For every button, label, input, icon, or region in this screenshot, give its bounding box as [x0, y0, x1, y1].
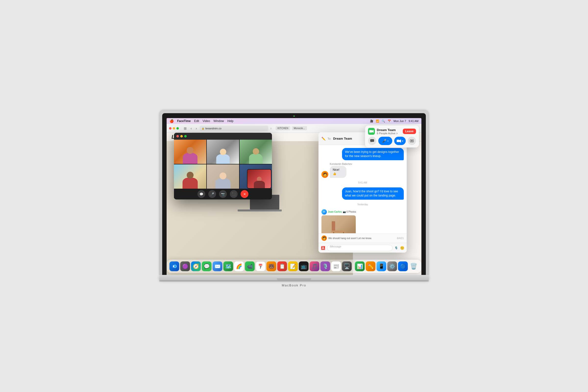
- help-menu[interactable]: Help: [227, 119, 234, 123]
- browser-close-button[interactable]: [169, 127, 172, 130]
- messages-audio-icon[interactable]: 🎙️: [394, 246, 398, 250]
- dock-maps[interactable]: 🗺️: [224, 262, 233, 271]
- menubar: 🍎 FaceTime Edit Video Window Help 🎥 📶 🔍 …: [166, 118, 422, 124]
- dock-mail[interactable]: ✉️: [213, 262, 222, 271]
- facetime-camera-button[interactable]: 📷: [219, 190, 227, 198]
- facetime-titlebar: [174, 133, 272, 140]
- dock-trash[interactable]: 🗑️: [409, 262, 419, 271]
- dock-reminders[interactable]: 📋: [277, 262, 287, 271]
- svg-marker-1: [372, 130, 374, 133]
- svg-marker-3: [370, 142, 372, 142]
- messages-emoji-icon[interactable]: 🙂: [400, 246, 404, 250]
- notification-video-button[interactable]: ▾: [394, 137, 406, 145]
- mic-chevron-icon: ▾: [387, 140, 388, 142]
- url-text: leeandnim.co: [205, 127, 221, 130]
- edit-menu[interactable]: Edit: [194, 119, 199, 123]
- facetime-controls: 💬 🎤 📷 ⬛ ✕: [174, 189, 272, 200]
- dock-numbers[interactable]: 📊: [355, 262, 365, 271]
- messages-input-field[interactable]: iMessage: [327, 245, 392, 251]
- dock-podcasts[interactable]: 🎙️: [320, 262, 330, 271]
- facetime-close-button[interactable]: [176, 135, 179, 138]
- apple-menu[interactable]: 🍎: [170, 119, 174, 123]
- facetime-mute-button[interactable]: 🎤: [208, 190, 216, 198]
- dock-screen-time[interactable]: 🔵: [398, 262, 408, 271]
- dock-messages[interactable]: 💬: [202, 262, 212, 271]
- facetime-minimize-button[interactable]: [180, 135, 183, 138]
- dock-safari[interactable]: 🧭: [191, 262, 201, 271]
- facetime-leave-button[interactable]: Leave: [403, 128, 416, 134]
- messages-input-bar: 🅰️ iMessage 🎙️ 🙂: [318, 243, 407, 252]
- macbook-bottom-bar: [159, 280, 429, 282]
- facetime-end-button[interactable]: ✕: [240, 190, 248, 198]
- mic-icon: 🎤: [382, 139, 386, 143]
- footer-avatar: 🧑: [322, 236, 327, 241]
- svg-rect-10: [173, 265, 174, 267]
- message-sent-2: Juan, how'd the shoot go? I'd love to se…: [322, 188, 404, 200]
- messages-preview-footer: 🧑 We should hang out soon! Let me know. …: [318, 233, 407, 243]
- control-center-icon[interactable]: 📅: [388, 120, 391, 123]
- browser-back-button[interactable]: ‹: [190, 126, 193, 131]
- camera-menubar-icon: 🎥: [370, 120, 374, 123]
- message-timestamp-1: 9:41 AM: [322, 181, 404, 184]
- facetime-window: 💬 🎤 📷 ⬛ ✕: [174, 133, 272, 200]
- svg-rect-0: [369, 130, 372, 132]
- facetime-participant-1: [174, 140, 206, 164]
- dock-photos[interactable]: 🌈: [234, 262, 244, 271]
- message-sent-1: We've been trying to get designs togethe…: [322, 148, 404, 160]
- facetime-chat-button[interactable]: 💬: [198, 190, 205, 198]
- video-menu[interactable]: Video: [202, 119, 210, 123]
- photo-count: 📷 6 Photos: [343, 210, 356, 213]
- compose-icon[interactable]: ✏️: [322, 137, 326, 141]
- time-display: 9:41 AM: [409, 120, 418, 122]
- menubar-left: 🍎 FaceTime Edit Video Window Help: [170, 119, 234, 123]
- video-chevron-icon: ▾: [402, 140, 403, 142]
- photo-preview: ↑: [322, 215, 356, 233]
- dock-news[interactable]: 📰: [331, 262, 341, 271]
- browser-share-icon[interactable]: ↑: [270, 127, 272, 130]
- messages-attachment-icon[interactable]: 🅰️: [321, 246, 325, 250]
- message-bubble-sent-1: We've been trying to get designs togethe…: [342, 148, 404, 160]
- browser-address-bar[interactable]: 🔒 leeandnim.co: [200, 126, 268, 131]
- dock-pages[interactable]: ✏️: [366, 262, 376, 271]
- notification-message-icon[interactable]: [368, 137, 376, 145]
- dock-music[interactable]: 🎵: [310, 262, 320, 271]
- browser-grid-icon[interactable]: ⊞: [183, 126, 188, 131]
- notification-mic-button[interactable]: 🎤 ▾: [378, 137, 392, 145]
- svg-rect-2: [370, 139, 374, 142]
- browser-tab-kitchen[interactable]: KITCHEN: [276, 126, 290, 130]
- app-name-menu[interactable]: FaceTime: [177, 119, 190, 123]
- browser-forward-button[interactable]: ›: [195, 126, 198, 131]
- macbook-lid: 🍎 FaceTime Edit Video Window Help 🎥 📶 🔍 …: [159, 110, 429, 275]
- dock-display-prefs[interactable]: 🖥️: [342, 262, 352, 271]
- window-menu[interactable]: Window: [214, 119, 224, 123]
- messages-placeholder: iMessage: [330, 245, 341, 248]
- notification-title-group: Dream Team 6 People Active >: [377, 128, 401, 135]
- svg-rect-7: [411, 140, 413, 141]
- sender-name-konstantin: Konstantin Babichev: [330, 163, 352, 166]
- dock-bear[interactable]: 🐻: [266, 262, 276, 271]
- macbook-model-label: MacBook Pro: [282, 284, 306, 287]
- date-display: Mon Jun 7: [394, 120, 406, 122]
- dock-facetime[interactable]: 📹: [245, 262, 255, 271]
- browser-minimize-button[interactable]: [173, 127, 175, 130]
- dock-calendar[interactable]: JUN 7: [256, 262, 266, 271]
- browser-maximize-button[interactable]: [176, 127, 179, 130]
- facetime-self-thumbnail: [247, 169, 272, 189]
- dock-notes[interactable]: 📝: [288, 262, 298, 271]
- footer-preview-text: We should hang out soon! Let me know.: [328, 237, 372, 240]
- dock-system-prefs[interactable]: ⚙️: [387, 262, 397, 271]
- dock-launchpad[interactable]: 🟣: [180, 262, 190, 271]
- dock-apple-tv[interactable]: 📺: [299, 262, 309, 271]
- facetime-maximize-button[interactable]: [184, 135, 187, 138]
- browser-tab-monocle[interactable]: Monocle...: [292, 126, 307, 130]
- camera-dot: [293, 115, 295, 117]
- dock-app-store[interactable]: 📱: [376, 262, 386, 271]
- dock: 🟣 🧭 💬 ✉️ 🗺️: [167, 260, 422, 273]
- dock-finder[interactable]: [170, 262, 179, 271]
- macbook-base: [159, 275, 429, 280]
- message-bubble-received-1: Nice! 👍: [330, 166, 346, 178]
- dock-separator: [353, 262, 354, 271]
- search-icon[interactable]: 🔍: [382, 120, 385, 123]
- notification-share-button[interactable]: [408, 137, 416, 145]
- facetime-share-button[interactable]: ⬛: [230, 190, 238, 198]
